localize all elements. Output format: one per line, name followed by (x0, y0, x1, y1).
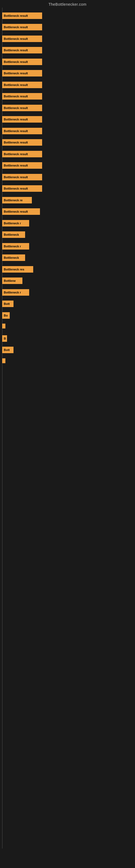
bottleneck-bar (2, 323, 5, 329)
bar-row: Bo (2, 312, 10, 319)
bottleneck-bar: Bottleneck result (2, 105, 42, 111)
bottleneck-bar: Bottleneck result (2, 128, 42, 134)
bar-row: Bottleneck result (2, 174, 42, 180)
bar-row: Bottlene (2, 278, 22, 284)
bar-row: Bottleneck result (2, 151, 42, 157)
bar-row: Bottleneck result (2, 128, 42, 134)
bar-row: Bottleneck r (2, 220, 29, 226)
bottleneck-bar: Bottleneck (2, 231, 25, 238)
bottleneck-bar: Bottleneck r (2, 243, 29, 250)
bottleneck-bar: Bottleneck result (2, 208, 40, 215)
bar-row: Bott (2, 301, 13, 307)
bottleneck-bar: Bottleneck result (2, 116, 42, 123)
bar-row: Bottleneck result (2, 139, 42, 146)
bar-row: Bottleneck result (2, 35, 42, 42)
bottleneck-bar: Bottleneck result (2, 139, 42, 146)
bar-row: Bottleneck result (2, 12, 42, 19)
bar-row: Bottleneck result (2, 162, 42, 169)
bar-row: Bottleneck result (2, 24, 42, 30)
bottleneck-bar: Bottleneck result (2, 93, 42, 99)
bar-row (2, 323, 5, 329)
bar-row: Bottleneck result (2, 93, 42, 99)
bar-row: Bottleneck result (2, 70, 42, 76)
bar-row: Bottleneck (2, 254, 25, 261)
bar-row: Bottleneck result (2, 116, 42, 123)
bottleneck-bar: Bottleneck r (2, 220, 29, 226)
bar-row: Bottleneck result (2, 59, 42, 65)
chart-area: Bottleneck resultBottleneck resultBottle… (0, 8, 135, 848)
bar-row: Bottleneck (2, 231, 25, 238)
bottleneck-bar (2, 358, 5, 363)
bottleneck-bar: B (2, 335, 7, 342)
bottleneck-bar: Bottleneck r (2, 289, 29, 296)
bottleneck-bar: Bottleneck result (2, 82, 42, 88)
bottleneck-bar: Bottleneck (2, 254, 25, 261)
bottleneck-bar: Bottleneck res (2, 266, 33, 273)
site-title: TheBottlenecker.com (0, 0, 135, 8)
bottleneck-bar: Bottleneck result (2, 12, 42, 19)
bottleneck-bar: Bottleneck result (2, 162, 42, 169)
bar-row: Bott (2, 347, 13, 353)
bar-row (2, 358, 5, 363)
bottleneck-bar: Bottleneck result (2, 151, 42, 157)
bottleneck-bar: Bottlene (2, 278, 22, 284)
bottleneck-bar: Bottleneck re (2, 197, 32, 204)
bar-row: Bottleneck r (2, 289, 29, 296)
bottleneck-bar: Bott (2, 301, 13, 307)
bar-row: Bottleneck result (2, 105, 42, 111)
bottleneck-bar: Bottleneck result (2, 185, 42, 192)
bottleneck-bar: Bo (2, 312, 10, 319)
bottleneck-bar: Bottleneck result (2, 47, 42, 54)
bar-row: B (2, 335, 7, 342)
bottleneck-bar: Bottleneck result (2, 24, 42, 30)
bottleneck-bar: Bottleneck result (2, 59, 42, 65)
bar-row: Bottleneck r (2, 243, 29, 250)
bar-row: Bottleneck result (2, 82, 42, 88)
bottleneck-bar: Bottleneck result (2, 174, 42, 180)
bar-row: Bottleneck result (2, 208, 40, 215)
bottleneck-bar: Bott (2, 347, 13, 353)
bottleneck-bar: Bottleneck result (2, 35, 42, 42)
bottleneck-bar: Bottleneck result (2, 70, 42, 76)
bar-row: Bottleneck result (2, 185, 42, 192)
bar-row: Bottleneck result (2, 47, 42, 54)
bar-row: Bottleneck res (2, 266, 33, 273)
bar-row: Bottleneck re (2, 197, 32, 204)
